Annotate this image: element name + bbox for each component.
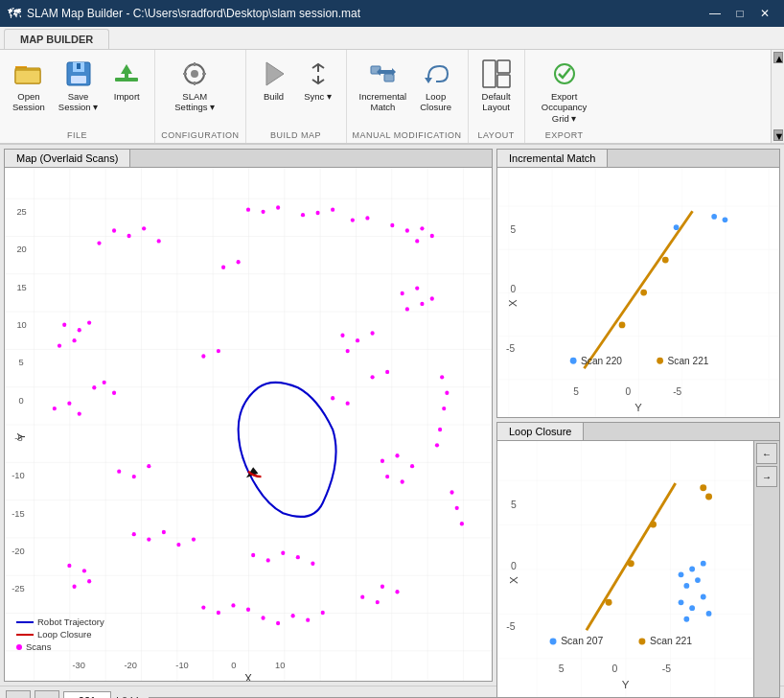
slam-settings-icon — [179, 58, 210, 89]
svg-point-107 — [201, 606, 205, 610]
loop-closure-next-button[interactable]: → — [756, 466, 777, 487]
main-content: Map (Overlaid Scans) — [0, 145, 784, 686]
loop-closure-button[interactable]: LoopClosure — [413, 54, 458, 118]
ribbon-scrollbar[interactable]: ▲ ▼ — [771, 50, 784, 143]
svg-rect-9 — [125, 74, 128, 79]
build-label: Build — [264, 91, 284, 102]
svg-point-32 — [331, 208, 334, 212]
svg-point-179 — [638, 639, 645, 645]
svg-text:X: X — [507, 299, 519, 307]
svg-point-94 — [395, 590, 399, 593]
svg-text:-5: -5 — [662, 664, 671, 675]
svg-point-171 — [701, 561, 706, 567]
svg-text:Y: Y — [634, 403, 642, 414]
svg-point-147 — [711, 214, 717, 220]
import-label: Import — [114, 91, 140, 102]
loop-closure-label: LoopClosure — [420, 91, 451, 113]
save-session-button[interactable]: SaveSession ▾ — [52, 54, 104, 118]
svg-point-28 — [261, 210, 265, 214]
svg-point-108 — [217, 611, 220, 615]
svg-point-35 — [112, 228, 116, 232]
svg-point-29 — [276, 205, 280, 209]
svg-rect-12 — [194, 62, 196, 66]
svg-text:Scan 220: Scan 220 — [581, 356, 622, 366]
svg-point-103 — [435, 443, 439, 447]
svg-text:-25: -25 — [12, 583, 24, 593]
build-map-group-label: BUILD MAP — [252, 128, 340, 143]
svg-point-57 — [112, 391, 116, 395]
ribbon-group-layout: DefaultLayout LAYOUT — [469, 50, 525, 143]
svg-point-106 — [460, 522, 464, 525]
default-layout-label: DefaultLayout — [482, 91, 511, 113]
svg-point-148 — [723, 218, 728, 223]
svg-marker-8 — [121, 64, 132, 74]
tab-loop-closure[interactable]: Loop Closure — [497, 423, 584, 440]
maximize-button[interactable]: □ — [728, 5, 751, 22]
svg-point-115 — [321, 611, 325, 615]
svg-point-59 — [67, 402, 71, 406]
next-frame-button[interactable]: ► — [35, 690, 59, 698]
svg-point-64 — [176, 543, 180, 547]
svg-point-83 — [331, 396, 334, 400]
svg-point-63 — [162, 530, 166, 534]
left-panel-tab-bar: Map (Overlaid Scans) — [4, 149, 493, 167]
svg-point-52 — [87, 321, 91, 325]
svg-point-78 — [147, 464, 150, 468]
default-layout-button[interactable]: DefaultLayout — [474, 54, 519, 118]
svg-text:5: 5 — [511, 500, 517, 510]
svg-rect-26 — [5, 168, 492, 681]
export-occupancy-grid-icon — [549, 58, 580, 89]
tab-map-overlaid-scans[interactable]: Map (Overlaid Scans) — [5, 150, 130, 167]
svg-point-69 — [296, 555, 300, 559]
svg-point-110 — [246, 608, 250, 612]
sync-button[interactable]: Sync ▾ — [296, 54, 340, 106]
file-group-label: FILE — [6, 128, 149, 143]
loop-closure-subpanel: Loop Closure 5 0 — [496, 422, 780, 698]
incremental-match-button[interactable]: IncrementalMatch — [353, 54, 414, 118]
svg-point-30 — [301, 213, 305, 217]
slam-settings-button[interactable]: SLAM Settings ▾ — [161, 54, 228, 118]
svg-point-42 — [420, 226, 424, 230]
current-frame-input[interactable]: 221 — [63, 691, 111, 698]
sync-label: Sync ▾ — [304, 91, 332, 102]
svg-point-53 — [72, 338, 76, 342]
loop-closure-prev-button[interactable]: ← — [756, 443, 777, 464]
loop-closure-body: 5 0 -5 5 0 -5 Y X — [497, 441, 779, 697]
svg-point-62 — [147, 538, 150, 542]
svg-text:5: 5 — [511, 224, 517, 235]
import-button[interactable]: Import — [104, 54, 149, 106]
svg-rect-135 — [497, 168, 779, 417]
svg-point-163 — [650, 522, 657, 528]
svg-point-81 — [371, 331, 375, 335]
svg-point-58 — [53, 407, 57, 410]
svg-text:-30: -30 — [72, 660, 84, 670]
svg-rect-14 — [183, 73, 187, 75]
close-button[interactable]: ✕ — [753, 5, 776, 22]
open-session-button[interactable]: OpenSession — [6, 54, 52, 118]
tab-incremental-match[interactable]: Incremental Match — [497, 150, 608, 167]
svg-text:5: 5 — [573, 387, 579, 398]
ribbon-tabs: MAP BUILDER — [0, 27, 784, 50]
map-chart: 25 20 15 10 5 0 -5 -10 -15 -20 -25 -30 -… — [5, 168, 492, 681]
svg-point-46 — [415, 287, 419, 291]
export-occupancy-grid-button[interactable]: ExportOccupancy Grid ▾ — [531, 54, 598, 128]
svg-point-45 — [401, 291, 404, 295]
svg-point-86 — [385, 370, 389, 374]
svg-point-166 — [700, 485, 706, 492]
svg-text:5: 5 — [19, 357, 24, 367]
prev-frame-button[interactable]: ◄ — [6, 690, 31, 698]
svg-text:15: 15 — [16, 282, 26, 292]
minimize-button[interactable]: — — [703, 5, 726, 22]
svg-point-92 — [376, 600, 380, 604]
svg-point-104 — [450, 490, 453, 494]
app-icon: 🗺 — [8, 6, 21, 21]
incremental-match-chart: 5 0 -5 5 0 -5 Y X — [497, 168, 779, 417]
svg-marker-20 — [425, 78, 432, 83]
tab-map-builder[interactable]: MAP BUILDER — [4, 29, 109, 49]
svg-text:Y: Y — [14, 433, 27, 441]
svg-point-72 — [395, 454, 399, 457]
svg-point-47 — [430, 296, 434, 300]
svg-point-60 — [78, 412, 81, 416]
svg-point-165 — [606, 599, 612, 606]
build-button[interactable]: Build — [252, 54, 296, 106]
